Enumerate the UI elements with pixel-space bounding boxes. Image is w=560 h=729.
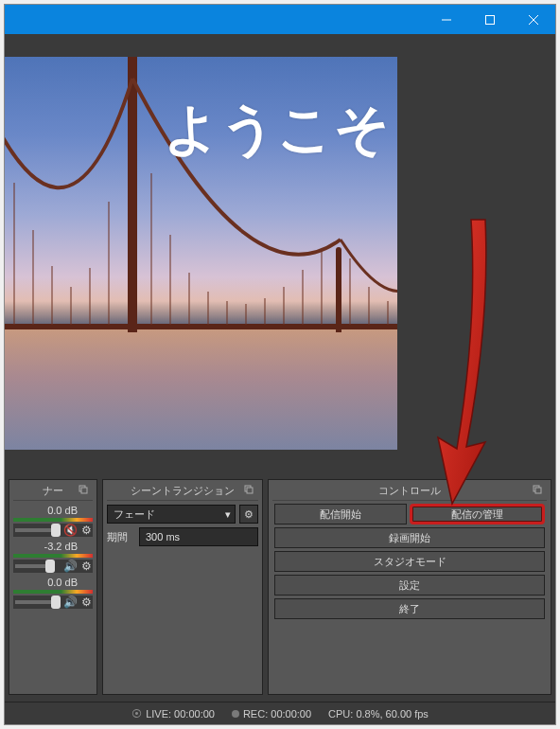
mixer-title: ナー xyxy=(43,485,63,496)
svg-rect-24 xyxy=(81,488,87,493)
svg-rect-1 xyxy=(486,15,495,24)
mixer-track: 0.0 dB 🔊 ⚙ xyxy=(13,577,93,609)
mixer-slider[interactable]: 🔊 ⚙ xyxy=(13,596,93,609)
maximize-button[interactable] xyxy=(468,5,512,34)
popout-icon[interactable] xyxy=(78,484,89,495)
record-icon xyxy=(232,710,239,718)
speaker-icon[interactable]: 🔊 xyxy=(63,596,77,609)
manage-stream-button[interactable]: 配信の管理 xyxy=(410,504,546,525)
svg-rect-28 xyxy=(535,488,541,493)
preview-overlay-text: ようこそ xyxy=(164,93,391,167)
mixer-slider[interactable]: 🔊 ⚙ xyxy=(13,560,93,573)
broadcast-icon: ⦿ xyxy=(131,708,142,720)
bridge-tower xyxy=(336,247,341,332)
gear-icon: ⚙ xyxy=(244,508,254,521)
duration-input[interactable]: 300 ms xyxy=(139,527,258,546)
mixer-db-label: -3.2 dB xyxy=(13,541,93,552)
status-live: LIVE: 00:00:00 xyxy=(146,708,215,720)
transition-selected: フェード xyxy=(114,507,155,522)
duration-value: 300 ms xyxy=(146,531,180,542)
transitions-title: シーントランジション xyxy=(131,485,235,496)
mixer-track: -3.2 dB 🔊 ⚙ xyxy=(13,541,93,573)
mixer-db-label: 0.0 dB xyxy=(13,577,93,588)
mixer-db-label: 0.0 dB xyxy=(13,505,93,516)
window-titlebar xyxy=(5,5,555,34)
transition-settings-button[interactable]: ⚙ xyxy=(239,505,258,524)
bridge-deck xyxy=(5,324,397,329)
mixer-meter xyxy=(13,554,93,558)
minimize-button[interactable] xyxy=(425,5,468,34)
preview-canvas[interactable]: ようこそ xyxy=(5,57,397,450)
svg-rect-26 xyxy=(247,488,253,493)
mixer-meter xyxy=(13,590,93,594)
speaker-icon[interactable]: 🔊 xyxy=(63,560,77,573)
gear-icon[interactable]: ⚙ xyxy=(79,596,93,609)
transition-select[interactable]: フェード xyxy=(107,505,236,524)
popout-icon[interactable] xyxy=(532,484,543,495)
start-streaming-button[interactable]: 配信開始 xyxy=(274,504,407,525)
mixer-meter xyxy=(13,518,93,522)
settings-button[interactable]: 設定 xyxy=(274,575,545,596)
studio-mode-button[interactable]: スタジオモード xyxy=(274,551,545,572)
status-bar: ⦿ LIVE: 00:00:00 REC: 00:00:00 CPU: 0.8%… xyxy=(5,702,555,724)
mixer-track: 0.0 dB 🔇 ⚙ xyxy=(13,505,93,537)
scene-transitions-panel: シーントランジション フェード ⚙ 期間 300 ms xyxy=(102,479,263,695)
mixer-slider[interactable]: 🔇 ⚙ xyxy=(13,524,93,537)
exit-button[interactable]: 終了 xyxy=(274,598,545,619)
status-rec: REC: 00:00:00 xyxy=(243,708,311,720)
gear-icon[interactable]: ⚙ xyxy=(79,560,93,573)
preview-water xyxy=(5,328,397,450)
controls-panel: コントロール 配信開始 配信の管理 録画開始 スタジオモード 設定 終了 xyxy=(268,479,551,695)
bridge-tower xyxy=(128,57,137,332)
controls-title: コントロール xyxy=(378,485,441,496)
status-cpu: CPU: 0.8%, 60.00 fps xyxy=(328,708,429,720)
mute-icon[interactable]: 🔇 xyxy=(63,524,77,537)
gear-icon[interactable]: ⚙ xyxy=(79,524,93,537)
annotation-arrow xyxy=(419,210,504,513)
start-recording-button[interactable]: 録画開始 xyxy=(274,527,545,548)
popout-icon[interactable] xyxy=(243,484,254,495)
close-button[interactable] xyxy=(512,5,555,34)
duration-label: 期間 xyxy=(107,530,135,544)
audio-mixer-panel: ナー 0.0 dB 🔇 ⚙ xyxy=(9,479,97,695)
